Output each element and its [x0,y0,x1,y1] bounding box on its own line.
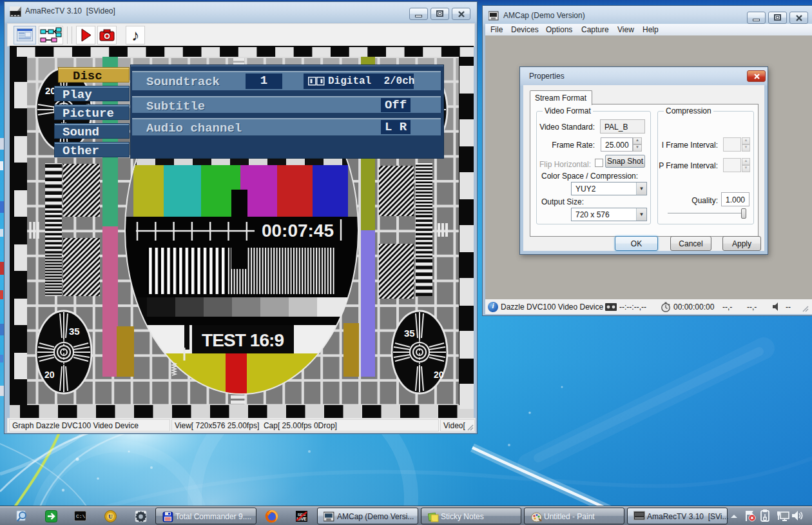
svg-text:♪: ♪ [131,26,139,44]
svg-text:20: 20 [44,370,55,380]
svg-text:00:07:45: 00:07:45 [262,221,334,241]
svg-text:35: 35 [404,328,415,339]
svg-text:TEST 16:9: TEST 16:9 [202,330,284,350]
svg-text:U: U [108,513,113,520]
svg-text:20: 20 [434,370,444,380]
svg-text:35: 35 [69,326,80,337]
svg-text:C:\: C:\ [76,513,86,519]
